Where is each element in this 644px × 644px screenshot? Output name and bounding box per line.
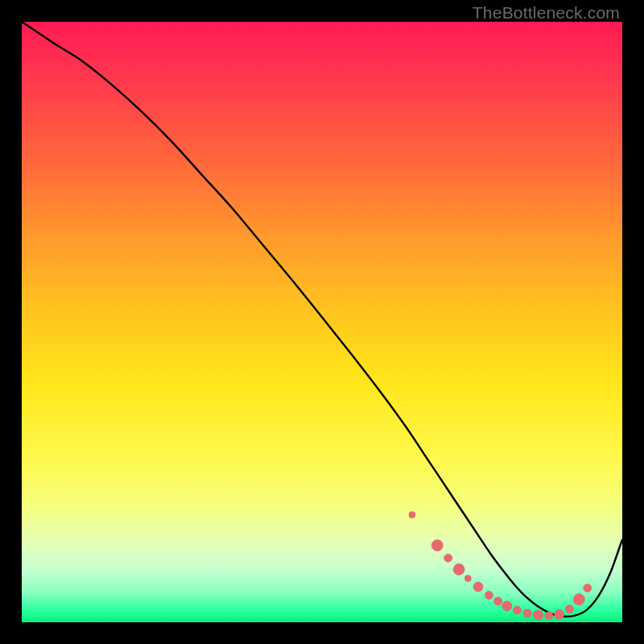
chart-stage: TheBottleneck.com <box>0 0 644 644</box>
watermark-text: TheBottleneck.com <box>473 3 620 23</box>
marker-dot <box>573 594 584 605</box>
marker-dot <box>409 511 415 518</box>
marker-dot <box>473 582 483 592</box>
marker-dot <box>464 576 471 582</box>
marker-dot <box>485 591 493 599</box>
dots-layer <box>22 22 622 622</box>
marker-dot <box>545 612 553 620</box>
marker-dot <box>584 584 592 592</box>
marker-dot <box>494 597 502 605</box>
marker-dot <box>523 609 531 617</box>
marker-dot <box>513 606 521 614</box>
marker-dot <box>444 554 452 562</box>
marker-dot <box>502 601 512 611</box>
marker-dot <box>555 609 564 619</box>
plot-area <box>22 22 622 622</box>
marker-dot <box>431 540 443 551</box>
marker-dot <box>453 564 464 575</box>
marker-dot <box>534 610 543 620</box>
marker-dot <box>565 605 573 613</box>
highlight-dots <box>409 511 592 620</box>
